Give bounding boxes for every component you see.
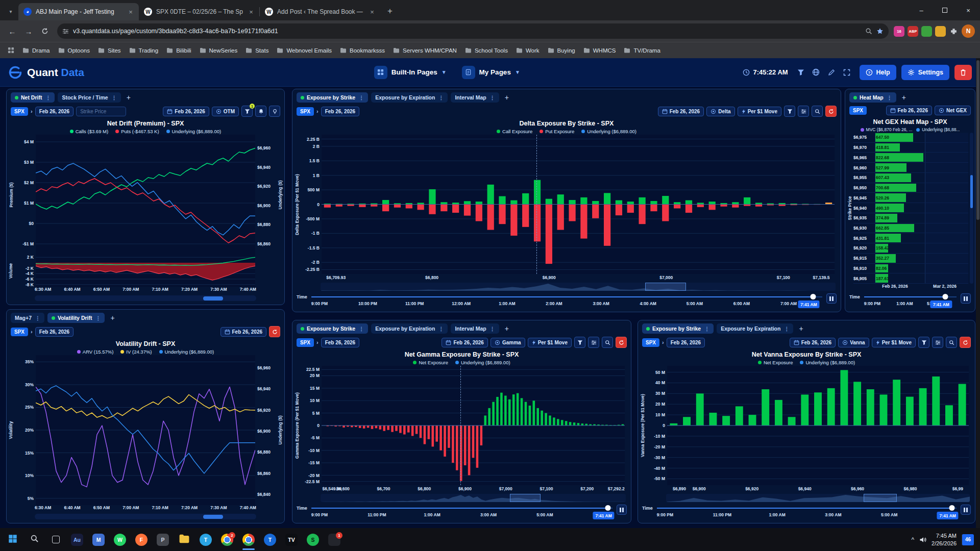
ticker-pill[interactable]: SPX: [849, 106, 867, 115]
calendar-date-pill[interactable]: Feb 26, 2026: [220, 327, 266, 337]
thunderbird-icon[interactable]: T: [259, 529, 281, 550]
time-slider[interactable]: 9:00 PM1:00 AM5:007:41 AM: [864, 293, 957, 310]
bookmark-folder[interactable]: TV/Drama: [620, 45, 664, 56]
heatmap-row[interactable]: $6,945520.26: [853, 193, 968, 203]
extension-icon[interactable]: [935, 26, 946, 37]
heatmap-row[interactable]: $6,970418.81: [853, 143, 968, 153]
tab-menu-icon[interactable]: ⋮: [490, 95, 495, 101]
bookmark-folder[interactable]: Trading: [125, 45, 163, 56]
chart-minimap[interactable]: [321, 494, 626, 502]
tab-close-icon[interactable]: ×: [127, 8, 135, 16]
whatsapp-icon[interactable]: W: [109, 529, 131, 550]
date-pill[interactable]: Feb 26, 2026: [35, 327, 74, 337]
tab-interval-map[interactable]: Interval Map⋮: [451, 92, 499, 103]
bookmark-folder[interactable]: Drama: [18, 45, 54, 56]
heatmap-row[interactable]: $6,930662.85: [853, 223, 968, 234]
tab-menu-icon[interactable]: ⋮: [784, 326, 789, 332]
ticker-pill[interactable]: SPX: [11, 107, 28, 116]
bookmark-folder[interactable]: NewSeries: [195, 45, 242, 56]
per-move-pill[interactable]: Per $1 Move: [872, 338, 916, 347]
adjust-button[interactable]: [798, 106, 809, 117]
tab-menu-icon[interactable]: ⋮: [359, 95, 364, 101]
zoom-button[interactable]: [812, 106, 823, 117]
maximize-button[interactable]: [933, 0, 957, 20]
legend-item[interactable]: Underlying ($6,889.00): [581, 129, 636, 134]
bookmark-folder[interactable]: Sites: [94, 45, 125, 56]
adjust-button[interactable]: [588, 337, 599, 348]
per-move-pill[interactable]: Per $1 Move: [738, 107, 781, 116]
filter-button[interactable]: [574, 337, 585, 348]
heatmap-row[interactable]: $6,960527.99: [853, 163, 968, 173]
settings-button[interactable]: Settings: [901, 65, 949, 80]
ticker-pill[interactable]: SPX: [297, 107, 314, 116]
tab-exposure-by-strike[interactable]: Exposure by Strike⋮: [642, 323, 714, 334]
bookmark-folder[interactable]: Optoons: [54, 45, 94, 56]
tab-close-icon[interactable]: ×: [368, 8, 376, 16]
heatmap-row[interactable]: $6,905187.61: [853, 273, 968, 284]
heatmap-rows[interactable]: $6,975647.50$6,970418.81$6,965822.68$6,9…: [853, 133, 968, 284]
tab-menu-icon[interactable]: ⋮: [438, 326, 444, 332]
bookmark-folder[interactable]: Bookmarksss: [336, 45, 389, 56]
time-knob[interactable]: [810, 294, 816, 299]
chart-minimap[interactable]: [666, 494, 970, 502]
zoom-icon[interactable]: [865, 28, 872, 35]
ticker-pill[interactable]: SPX: [642, 338, 659, 347]
profile-avatar[interactable]: N: [962, 24, 975, 38]
add-tab-button[interactable]: +: [502, 324, 511, 333]
horizontal-scrollbar[interactable]: [35, 514, 256, 519]
zoom-button[interactable]: [602, 337, 613, 348]
filter-button[interactable]: 1: [241, 106, 253, 117]
calendar-date-pill[interactable]: Feb 26, 2026: [442, 338, 487, 347]
legend-item[interactable]: Net Exposure: [413, 360, 448, 365]
bookmark-folder[interactable]: School Tools: [461, 45, 512, 56]
browser-tab-3[interactable]: W Add Post ‹ The Spread Book — ×: [260, 3, 380, 20]
legend-item[interactable]: Underlying ($6,889.00): [800, 360, 855, 365]
tab-exposure-by-strike[interactable]: Exposure by Strike⋮: [297, 323, 368, 334]
horizontal-scrollbar[interactable]: [35, 295, 256, 301]
hidden-icons-chevron[interactable]: ^: [911, 536, 914, 543]
date-pill[interactable]: Feb 26, 2026: [35, 107, 74, 116]
scrollbar-handle[interactable]: [203, 515, 223, 519]
edit-button[interactable]: [824, 65, 839, 80]
heatmap-row[interactable]: $6,935374.89: [853, 213, 968, 223]
legend-item[interactable]: Put Exposure: [540, 129, 574, 134]
tab-exposure-by-strike[interactable]: Exposure by Strike⋮: [297, 92, 368, 103]
net-drift-chart[interactable]: [36, 135, 255, 255]
ticker-pill[interactable]: SPX: [297, 338, 314, 347]
zoom-button[interactable]: [946, 337, 957, 348]
tab-menu-icon[interactable]: ⋮: [95, 315, 101, 321]
browser-tab-1[interactable]: ◕ ABJ Main Page - Jeff Testing ×: [18, 3, 139, 20]
apps-grid-icon[interactable]: [4, 44, 17, 57]
tab-menu-icon[interactable]: ⋮: [45, 95, 51, 101]
net-gex-pill[interactable]: Net GEX: [935, 106, 971, 115]
tab-menu-icon[interactable]: ⋮: [887, 95, 892, 101]
tab-exposure-by-expiration[interactable]: Exposure by Expiration⋮: [717, 323, 793, 334]
chart-minimap[interactable]: [321, 283, 836, 291]
filter-button[interactable]: [784, 106, 795, 117]
greek-pill[interactable]: Gamma: [491, 338, 525, 347]
back-button[interactable]: ←: [5, 24, 19, 38]
page-scrollbar[interactable]: [976, 58, 980, 528]
bookmark-folder[interactable]: Bilibili: [162, 45, 195, 56]
heatmap-row[interactable]: $6,955607.43: [853, 173, 968, 183]
vanna-exposure-chart[interactable]: [667, 366, 969, 485]
notification-app-icon[interactable]: 1: [324, 529, 345, 550]
heatmap-row[interactable]: $6,975647.50: [853, 133, 968, 143]
minimap-selection[interactable]: [864, 494, 897, 502]
pause-button[interactable]: [961, 505, 971, 515]
legend-item[interactable]: Underlying ($6,889.00): [166, 129, 222, 134]
spotify-icon[interactable]: S: [302, 529, 324, 550]
legend-item[interactable]: Puts (-$467.53 K): [115, 129, 159, 134]
my-pages-dropdown[interactable]: My Pages ▼: [462, 66, 520, 79]
volatility-chart[interactable]: [36, 355, 255, 505]
firefox-icon[interactable]: F: [131, 529, 152, 550]
per-move-pill[interactable]: Per $1 Move: [528, 338, 572, 347]
gamma-exposure-chart[interactable]: [322, 366, 625, 485]
pause-button[interactable]: [961, 293, 971, 304]
extension-icon[interactable]: 16: [894, 26, 904, 37]
adjust-button[interactable]: [932, 337, 943, 348]
new-tab-button[interactable]: +: [383, 5, 397, 18]
tab-menu-icon[interactable]: ⋮: [704, 326, 709, 332]
tab-stock-price-time[interactable]: Stock Price / Time⋮: [58, 92, 120, 103]
strike-price-input[interactable]: [76, 107, 126, 116]
